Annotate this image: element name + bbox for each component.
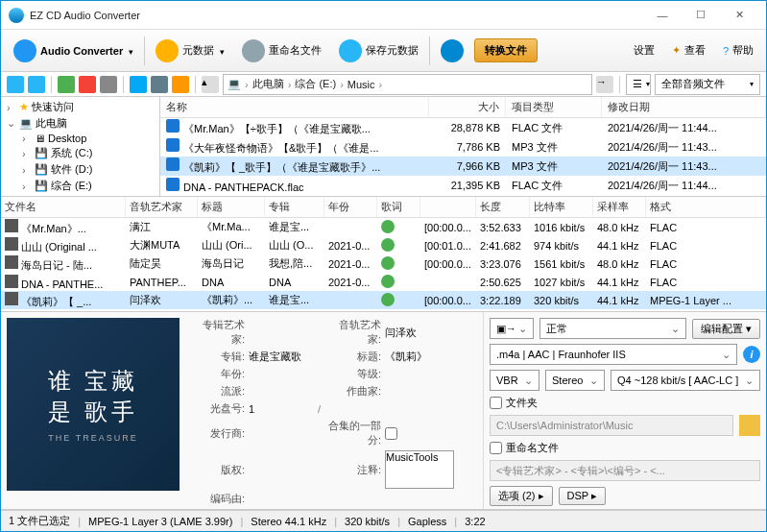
tree-drive-d[interactable]: ›💾软件 (D:) xyxy=(20,161,156,178)
title-bar: EZ CD Audio Converter — ☐ ✕ xyxy=(1,1,766,30)
go-icon[interactable]: → xyxy=(596,76,613,93)
rename-pattern: <专辑艺术家> - <专辑>\<编号> - <... xyxy=(490,460,760,481)
browse-folder-icon[interactable] xyxy=(739,415,760,436)
info-icon[interactable]: i xyxy=(743,346,760,363)
tree-drive-c[interactable]: ›💾系统 (C:) xyxy=(20,145,156,161)
vbr-dropdown[interactable]: VBR xyxy=(490,370,539,391)
stereo-dropdown[interactable]: Stereo xyxy=(545,370,605,391)
maximize-button[interactable]: ☐ xyxy=(682,2,720,29)
breadcrumb[interactable]: 💻 ›此电脑 ›综合 (E:) ›Music › xyxy=(223,74,592,95)
convert-button[interactable]: 转换文件 xyxy=(474,38,538,62)
folder-check[interactable] xyxy=(490,397,502,409)
status-gapless: Gapless xyxy=(408,516,446,527)
file-row[interactable]: 《凯莉》【 _歌手】（《谁是宝藏歌手》...7,966 KBMP3 文件2021… xyxy=(160,157,766,176)
output-settings: ▣→ 正常 编辑配置 ▾ .m4a | AAC | Fraunhofer IIS… xyxy=(483,312,766,509)
mode-icon-dropdown[interactable]: ▣→ xyxy=(490,318,534,339)
compilation-check[interactable] xyxy=(385,427,397,440)
edit-config-button[interactable]: 编辑配置 ▾ xyxy=(692,319,760,339)
file-row[interactable]: 《大年夜怪奇物语》【&歌手】（《谁是...7,786 KBMP3 文件2021/… xyxy=(160,137,766,157)
status-bitrate: 320 kbit/s xyxy=(345,516,390,527)
tree-pc[interactable]: ⌄💻此电脑 xyxy=(5,115,156,132)
back-icon[interactable] xyxy=(7,76,24,93)
codec-dropdown[interactable]: .m4a | AAC | Fraunhofer IIS xyxy=(490,344,737,365)
refresh-icon[interactable] xyxy=(58,76,75,93)
track-list-header[interactable]: 文件名 音轨艺术家 标题 专辑 年份 歌词 长度 比特率 采样率 格式 xyxy=(1,197,766,218)
mode-dropdown[interactable]: 正常 xyxy=(539,318,686,339)
quality-dropdown[interactable]: Q4 ~128 kbit/s [ AAC-LC ] xyxy=(611,370,760,391)
file-row[interactable]: DNA - PANTHEPACK.flac21,395 KBFLAC 文件202… xyxy=(160,176,766,195)
metadata-form: 专辑艺术家:音轨艺术家:闫泽欢 专辑:谁是宝藏歌标题:《凯莉》 年份:等级: 流… xyxy=(185,312,483,509)
status-codec: MPEG-1 Layer 3 (LAME 3.99r) xyxy=(88,516,232,527)
converter-icon xyxy=(13,39,36,62)
help-link[interactable]: ?帮助 xyxy=(716,39,760,61)
track-row[interactable]: 《Mr.Man》...满江《Mr.Ma...谁是宝...[00:00.0...3… xyxy=(1,218,766,236)
track-list: 文件名 音轨艺术家 标题 专辑 年份 歌词 长度 比特率 采样率 格式 《Mr.… xyxy=(1,197,766,312)
stop-icon[interactable] xyxy=(79,76,96,93)
file-list: 名称 大小 项目类型 修改日期 《Mr.Man》【÷歌手】（《谁是宝藏歌...2… xyxy=(160,97,766,196)
rename-button[interactable]: 重命名文件 xyxy=(235,36,328,66)
dsp-button[interactable]: DSP ▸ xyxy=(559,487,606,505)
album-cover[interactable]: 谁 宝藏 是 歌手 THE TREASURE xyxy=(7,318,180,491)
comment-field[interactable] xyxy=(385,450,454,489)
file-list-header[interactable]: 名称 大小 项目类型 修改日期 xyxy=(160,97,766,118)
up-icon[interactable]: ▴ xyxy=(202,76,219,93)
pc-icon: 💻 xyxy=(228,78,241,90)
monitor-icon[interactable] xyxy=(151,76,168,93)
title-field[interactable]: 《凯莉》 xyxy=(385,350,452,364)
track-row[interactable]: 《凯莉》【 _...闫泽欢《凯莉》...谁是宝...[00:00.0...3:2… xyxy=(1,291,766,309)
tree-quick[interactable]: ›★快速访问 xyxy=(5,99,156,115)
view-mode-dropdown[interactable]: ☰▾ xyxy=(626,74,651,95)
metadata-button[interactable]: 元数据 xyxy=(149,36,231,66)
filter-dropdown[interactable]: 全部音频文件▾ xyxy=(655,74,760,95)
notes-icon xyxy=(441,39,464,62)
status-stereo: Stereo 44.1 kHz xyxy=(251,516,326,527)
rename-icon xyxy=(242,39,265,62)
metadata-icon xyxy=(156,39,179,62)
settings-link[interactable]: 设置 xyxy=(627,39,661,61)
convert-icon-button[interactable] xyxy=(434,36,470,66)
file-row[interactable]: 海岛日记 陆定昊 27,712 KBFLAC 文件2021/4/26/周一 11… xyxy=(160,195,766,196)
main-toolbar: Audio Converter 元数据 重命名文件 保存元数据 转换文件 设置 … xyxy=(1,30,766,72)
home-icon[interactable] xyxy=(130,76,147,93)
fwd-icon[interactable] xyxy=(28,76,45,93)
album-field[interactable]: 谁是宝藏歌 xyxy=(249,350,316,364)
audio-converter-button[interactable]: Audio Converter xyxy=(7,36,140,66)
star-icon[interactable] xyxy=(172,76,189,93)
close-button[interactable]: ✕ xyxy=(720,2,758,29)
tree-desktop[interactable]: ›🖥Desktop xyxy=(20,132,156,145)
save-icon xyxy=(339,39,362,62)
detail-panel: 谁 宝藏 是 歌手 THE TREASURE 专辑艺术家:音轨艺术家:闫泽欢 专… xyxy=(1,312,766,510)
rename-check[interactable] xyxy=(490,442,502,454)
track-artist-field[interactable]: 闫泽欢 xyxy=(385,326,452,340)
options-button[interactable]: 选项 (2) ▸ xyxy=(490,486,553,506)
file-row[interactable]: 《Mr.Man》【÷歌手】（《谁是宝藏歌...28,878 KBFLAC 文件2… xyxy=(160,118,766,137)
nav-bar: ▴ 💻 ›此电脑 ›综合 (E:) ›Music › → ☰▾ 全部音频文件▾ xyxy=(1,72,766,97)
folder-tree: ›★快速访问 ⌄💻此电脑 ›🖥Desktop ›💾系统 (C:) ›💾软件 (D… xyxy=(1,97,160,196)
tree-drive-e[interactable]: ›💾综合 (E:) xyxy=(20,178,156,194)
track-row[interactable]: DNA - PANTHE...PANTHEP...DNADNA2021-0...… xyxy=(1,273,766,291)
track-row[interactable]: 山山 (Original ...大渊MUTA山山 (Ori...山山 (O...… xyxy=(1,236,766,254)
app-icon xyxy=(9,8,24,23)
window-title: EZ CD Audio Converter xyxy=(30,10,643,21)
save-meta-button[interactable]: 保存元数据 xyxy=(332,36,425,66)
disc-field[interactable]: 1 xyxy=(249,403,316,415)
tool-icon[interactable] xyxy=(100,76,117,93)
view-link[interactable]: ✦查看 xyxy=(665,39,712,61)
minimize-button[interactable]: — xyxy=(643,2,682,29)
track-row[interactable]: 海岛日记 - 陆...陆定昊海岛日记我想,陪...2021-0...[00:00… xyxy=(1,254,766,273)
status-selected: 1 文件已选定 xyxy=(9,514,70,528)
folder-path: C:\Users\Administrator\Music xyxy=(490,415,733,436)
status-duration: 3:22 xyxy=(465,516,485,527)
status-bar: 1 文件已选定| MPEG-1 Layer 3 (LAME 3.99r)| St… xyxy=(1,510,766,531)
